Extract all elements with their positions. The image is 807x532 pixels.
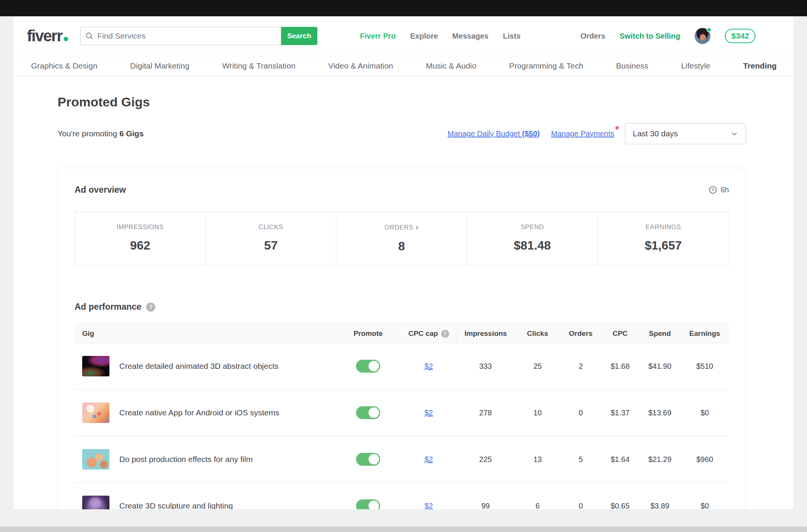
gig-thumbnail[interactable] [82,496,109,509]
cat-digital-marketing[interactable]: Digital Marketing [130,61,189,70]
stat-label: EARNINGS [646,223,681,231]
search-input[interactable] [97,31,276,41]
balance-button[interactable]: $342 [725,29,755,43]
cat-graphics-design[interactable]: Graphics & Design [31,61,97,70]
earnings-cell: $510 [680,362,730,371]
notification-dot [615,126,619,129]
spend-cell: $41.90 [640,362,680,371]
cat-music-audio[interactable]: Music & Audio [426,61,476,70]
nav-messages[interactable]: Messages [452,32,489,41]
clicks-value: 13 [533,455,542,464]
stat-label: CLICKS [259,223,283,231]
impressions-cell: 333 [457,362,514,371]
chevron-down-icon [731,130,738,137]
table-row: Do post production effects for any film … [75,436,729,483]
chevron-right-icon: › [416,223,419,232]
impressions-cell: 225 [457,455,514,464]
toggle-knob [368,454,379,465]
gig-cell: Create native App for Android or iOS sys… [75,403,336,423]
clicks-cell: 10 [514,409,561,417]
cpc-cap-cell: $2 [400,455,457,464]
cpc-cell: $0.65 [600,502,640,510]
help-icon[interactable]: ? [441,330,449,338]
cpc-cap-link[interactable]: $2 [425,362,433,371]
col-cpc: CPC [600,329,640,338]
search-field-wrap [80,27,281,45]
promote-toggle[interactable] [356,453,380,466]
stat-value: $1,657 [598,239,729,253]
promote-toggle[interactable] [356,499,380,509]
cat-writing-translation[interactable]: Writing & Translation [222,61,295,70]
gig-title[interactable]: Create native App for Android or iOS sys… [119,408,279,417]
cpc-cell: $1.64 [600,455,640,464]
gig-title[interactable]: Do post production effects for any film [119,455,253,464]
cat-lifestyle[interactable]: Lifestyle [681,61,710,70]
ad-performance-title: Ad performance [75,302,141,312]
impressions-value: 278 [479,409,492,417]
manage-daily-budget-link[interactable]: Manage Daily Budget ($50) [448,129,540,138]
ad-performance-header: Ad performance ? [75,302,729,312]
impressions-cell: 278 [457,409,514,417]
gig-thumbnail[interactable] [82,403,109,423]
cat-video-animation[interactable]: Video & Animation [328,61,393,70]
promote-cell [336,406,400,419]
spend-value: $13.69 [648,409,671,417]
date-range-select[interactable]: Last 30 days [625,123,746,144]
col-gig: Gig [75,329,336,338]
col-spend: Spend [640,329,680,338]
gig-title[interactable]: Create detailed animated 3D abstract obj… [119,362,278,371]
toggle-knob [368,501,379,509]
earnings-value: $0 [701,502,709,510]
manage-payments-link[interactable]: Manage Payments [551,129,614,138]
cpc-cap-link[interactable]: $2 [425,455,433,464]
controls-right: Manage Daily Budget ($50) Manage Payment… [448,123,746,144]
gig-cell: Create 3D sculpture and lighting [75,496,336,509]
nav-switch-to-selling[interactable]: Switch to Selling [620,32,680,41]
ad-overview-header: Ad overview 6h [75,185,729,195]
cpc-cap-link[interactable]: $2 [425,502,433,510]
cpc-cap-link[interactable]: $2 [425,409,433,417]
date-range-value: Last 30 days [633,129,678,138]
impressions-value: 333 [479,362,492,371]
ad-overview-stats: IMPRESSIONS 962 CLICKS 57 ORDERS› 8 SPEN… [75,212,729,265]
nav-explore[interactable]: Explore [410,32,438,41]
header-nav: Fiverr Pro Explore Messages Lists Orders… [360,28,755,44]
manage-payments-wrap: Manage Payments [551,129,614,138]
budget-amount: ($50) [522,129,540,138]
cpc-value: $0.65 [610,502,629,510]
gig-title[interactable]: Create 3D sculpture and lighting [119,501,233,509]
table-row: Create 3D sculpture and lighting $2 99 6… [75,483,729,509]
cat-programming-tech[interactable]: Programming & Tech [509,61,583,70]
nav-lists[interactable]: Lists [503,32,521,41]
gig-thumbnail[interactable] [82,449,109,470]
refresh-info: 6h [709,186,729,194]
promote-toggle[interactable] [356,406,380,419]
nav-fiverr-pro[interactable]: Fiverr Pro [360,32,396,41]
earnings-cell: $0 [680,409,730,417]
cpc-cap-cell: $2 [400,362,457,371]
clicks-cell: 6 [514,502,561,510]
search-button[interactable]: Search [281,27,317,45]
user-avatar[interactable] [695,28,710,44]
gig-thumbnail[interactable] [82,356,109,376]
clicks-value: 6 [535,502,540,510]
help-icon[interactable]: ? [146,303,155,312]
search-bar: Search [80,27,317,45]
refresh-interval: 6h [721,186,729,194]
fiverr-logo[interactable]: fiverr [27,28,68,44]
logo-dot-icon [64,37,68,41]
promote-cell [336,499,400,509]
spend-cell: $13.69 [640,409,680,417]
nav-orders[interactable]: Orders [581,32,606,41]
clicks-cell: 13 [514,455,561,464]
gig-cell: Do post production effects for any film [75,449,336,470]
stat-earnings: EARNINGS $1,657 [598,212,729,265]
promote-toggle[interactable] [356,360,380,373]
col-clicks: Clicks [514,329,561,338]
table-header-row: Gig Promote CPC cap? Impressions Clicks … [75,323,729,343]
cat-business[interactable]: Business [616,61,648,70]
stat-value: 962 [75,239,205,253]
cat-trending[interactable]: Trending [743,61,777,70]
budget-link-text: Manage Daily Budget [448,129,522,138]
stat-label[interactable]: ORDERS› [384,223,418,232]
